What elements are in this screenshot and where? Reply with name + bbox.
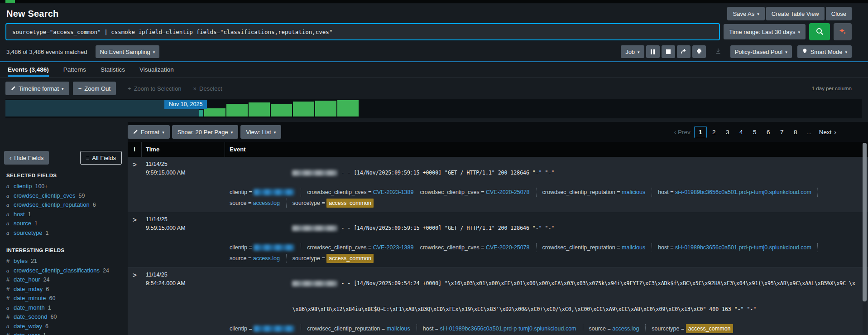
field-value[interactable]: si-i-01989bc3656c0a501.prd-p-tumj0.splun… — [675, 243, 811, 252]
field-value[interactable]: access.log — [253, 199, 280, 208]
field-value[interactable]: access_common — [686, 324, 733, 333]
export-button[interactable] — [711, 45, 725, 58]
search-mode-button[interactable]: Smart Mode ▾ — [797, 45, 852, 58]
timeline-histogram[interactable]: Nov 10, 2025 — [5, 99, 862, 118]
field-item[interactable]: # bytes 21 — [4, 257, 128, 266]
field-value[interactable]: malicious — [387, 324, 410, 333]
expand-chevron-icon[interactable]: > — [133, 271, 137, 279]
field-name[interactable]: crowdsec_clientip_reputation — [14, 201, 90, 209]
pause-job-button[interactable] — [646, 45, 660, 58]
page-number[interactable]: 1 — [694, 126, 707, 138]
timeline-bar[interactable] — [199, 110, 203, 117]
field-item[interactable]: a crowdsec_clientip_classifications 24 — [4, 266, 128, 276]
field-item[interactable]: a date_month 1 — [4, 303, 128, 313]
field-key[interactable]: source — [230, 199, 247, 208]
field-value[interactable]: access_common — [326, 254, 374, 263]
field-name[interactable]: clientip — [14, 183, 32, 190]
field-value[interactable]: CVE-2023-1389 — [373, 243, 414, 252]
page-number[interactable]: 5 — [748, 126, 761, 138]
field-name[interactable]: crowdsec_clientip_cves — [14, 192, 76, 199]
stop-job-button[interactable] — [662, 45, 675, 58]
search-button[interactable] — [809, 23, 830, 40]
timeline-bar[interactable] — [293, 102, 314, 117]
field-name[interactable]: date_second — [14, 313, 47, 320]
field-item[interactable]: # date_mday 6 — [4, 285, 128, 294]
field-value[interactable]: si-i-01989bc3656c0a501.prd-p-tumj0.splun… — [440, 324, 576, 333]
event-sampling-button[interactable]: No Event Sampling ▾ — [96, 45, 160, 58]
all-fields-button[interactable]: ≡ All Fields — [80, 151, 122, 165]
tab[interactable]: Patterns — [63, 62, 86, 77]
field-name[interactable]: bytes — [14, 257, 28, 265]
save-as-button[interactable]: Save As ▾ — [727, 7, 764, 20]
search-query-input[interactable] — [5, 23, 720, 40]
hide-fields-button[interactable]: ‹ Hide Fields — [4, 151, 49, 165]
per-page-button[interactable]: Show: 20 Per Page ▾ — [172, 125, 239, 139]
field-name[interactable]: host — [14, 211, 25, 218]
page-number[interactable]: 6 — [762, 126, 775, 138]
scrollbar[interactable] — [863, 143, 867, 334]
field-value[interactable]: access.log — [253, 254, 280, 263]
field-key[interactable]: crowdsec_clientip_reputation — [542, 243, 615, 252]
field-key[interactable]: crowdsec_clientip_cves — [307, 243, 366, 252]
tab[interactable]: Events (3,486) — [8, 62, 49, 77]
field-item[interactable]: # date_year 1 — [4, 331, 128, 335]
field-value[interactable]: malicious — [622, 243, 645, 252]
timeline-format-button[interactable]: Timeline format ▾ — [5, 82, 69, 95]
field-name[interactable]: crowdsec_clientip_classifications — [14, 267, 100, 274]
print-button[interactable] — [692, 45, 706, 58]
field-name[interactable]: date_year — [14, 332, 40, 335]
field-value[interactable]: malicious — [622, 188, 645, 197]
timeline-bar[interactable] — [249, 102, 270, 117]
workload-pool-button[interactable]: Policy-Based Pool ▾ — [730, 45, 792, 58]
field-key[interactable]: crowdsec_clientip_cves — [420, 243, 479, 252]
field-key[interactable]: crowdsec_clientip_reputation — [307, 324, 380, 333]
field-key[interactable]: crowdsec_clientip_reputation — [542, 188, 615, 197]
timeline-bar[interactable] — [226, 104, 248, 117]
view-mode-button[interactable]: View: List ▾ — [240, 125, 281, 139]
tab[interactable]: Statistics — [101, 62, 125, 77]
field-name[interactable]: source — [14, 220, 31, 227]
tab[interactable]: Visualization — [139, 62, 174, 77]
field-key[interactable]: source — [589, 324, 606, 333]
field-name[interactable]: date_mday — [14, 286, 43, 293]
field-key[interactable]: crowdsec_clientip_cves — [307, 188, 366, 197]
field-key[interactable]: sourcetype — [652, 324, 679, 333]
timeline-bar[interactable] — [315, 101, 336, 117]
job-menu-button[interactable]: Job ▾ — [621, 45, 644, 58]
field-key[interactable]: sourcetype — [293, 199, 320, 208]
time-range-picker[interactable]: Time range: Last 30 days ▾ — [724, 24, 806, 39]
close-button[interactable]: Close — [826, 7, 852, 20]
field-value[interactable]: CVE-2020-25078 — [486, 188, 530, 197]
field-key[interactable]: clientip — [230, 324, 247, 333]
field-value[interactable]: access_common — [326, 199, 374, 208]
field-value[interactable]: CVE-2020-25078 — [486, 243, 530, 252]
next-page-button[interactable]: Next › — [819, 129, 836, 136]
field-item[interactable]: # date_hour 24 — [4, 275, 128, 285]
page-number[interactable]: 2 — [708, 126, 720, 138]
field-value[interactable]: CVE-2023-1389 — [373, 188, 414, 197]
field-name[interactable]: date_hour — [14, 276, 40, 283]
field-key[interactable]: host — [658, 243, 669, 252]
field-item[interactable]: a sourcetype 1 — [4, 228, 128, 238]
timeline-bar[interactable] — [204, 108, 225, 117]
field-key[interactable]: sourcetype — [293, 254, 320, 263]
zoom-out-button[interactable]: − Zoom Out — [73, 82, 116, 95]
page-number[interactable]: 3 — [721, 126, 734, 138]
field-key[interactable]: host — [423, 324, 434, 333]
field-item[interactable]: a host 1 — [4, 210, 128, 219]
expand-chevron-icon[interactable]: > — [133, 160, 137, 168]
field-name[interactable]: sourcetype — [14, 229, 43, 237]
page-number[interactable]: 4 — [735, 126, 748, 138]
timeline-bar[interactable] — [271, 104, 292, 117]
field-name[interactable]: date_wday — [14, 323, 42, 330]
page-number[interactable]: 8 — [789, 126, 802, 138]
field-item[interactable]: a crowdsec_clientip_reputation 6 — [4, 200, 128, 210]
page-number[interactable]: ... — [803, 126, 815, 138]
ai-assistant-button[interactable] — [834, 23, 852, 40]
field-key[interactable]: host — [658, 188, 669, 197]
timeline-bar[interactable] — [337, 100, 359, 117]
field-item[interactable]: # date_second 60 — [4, 312, 128, 322]
zoom-to-selection-button[interactable]: + Zoom to Selection — [128, 85, 181, 92]
field-item[interactable]: a source 1 — [4, 219, 128, 228]
create-table-view-button[interactable]: Create Table View — [766, 7, 825, 20]
